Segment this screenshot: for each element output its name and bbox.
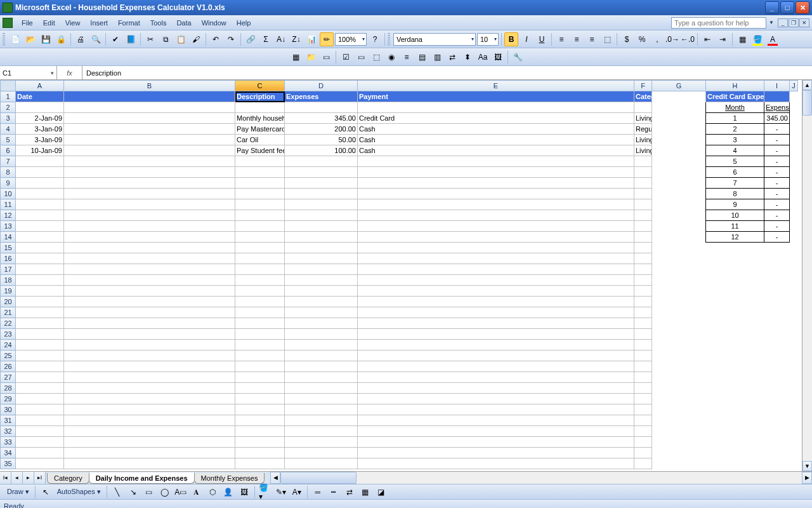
- cell-D32[interactable]: [285, 426, 358, 437]
- menu-insert[interactable]: Insert: [85, 18, 113, 28]
- open-button[interactable]: 📂: [23, 32, 37, 46]
- row-header-25[interactable]: 25: [1, 351, 16, 361]
- scroll-right-button[interactable]: ▶: [802, 472, 812, 484]
- cell-J35[interactable]: [790, 458, 798, 469]
- cell-J12[interactable]: [790, 210, 798, 221]
- cell-B34[interactable]: [64, 448, 235, 458]
- row-header-7[interactable]: 7: [1, 156, 16, 167]
- zoom-combo[interactable]: 100%: [335, 33, 367, 46]
- copy-button[interactable]: ⧉: [159, 32, 173, 46]
- cell-I20[interactable]: [764, 297, 790, 307]
- cell-A33[interactable]: [16, 437, 64, 448]
- cell-C19[interactable]: [235, 286, 285, 297]
- align-right-button[interactable]: ≡: [585, 32, 599, 46]
- cell-B11[interactable]: [64, 199, 235, 210]
- cell-D35[interactable]: [285, 458, 358, 469]
- cell-G7[interactable]: [652, 156, 706, 167]
- cell-H26[interactable]: [706, 361, 764, 372]
- select-objects-button[interactable]: ↖: [39, 485, 53, 499]
- cell-D12[interactable]: [285, 210, 358, 221]
- cell-F33[interactable]: [634, 437, 652, 448]
- cell-F20[interactable]: [634, 297, 652, 307]
- cell-B9[interactable]: [64, 178, 235, 189]
- cell-A12[interactable]: [16, 210, 64, 221]
- cell-J13[interactable]: [790, 221, 798, 232]
- cell-G1[interactable]: [652, 91, 706, 102]
- cell-C7[interactable]: [235, 156, 285, 167]
- cell-B23[interactable]: [64, 329, 235, 340]
- cell-G34[interactable]: [652, 448, 706, 458]
- cell-G27[interactable]: [652, 372, 706, 383]
- cell-J1[interactable]: [790, 91, 798, 102]
- cell-F22[interactable]: [634, 318, 652, 329]
- cell-D15[interactable]: [285, 243, 358, 253]
- cell-B7[interactable]: [64, 156, 235, 167]
- row-header-2[interactable]: 2: [1, 102, 16, 113]
- cell-B13[interactable]: [64, 221, 235, 232]
- cell-J24[interactable]: [790, 340, 798, 351]
- fx-button[interactable]: fx: [57, 66, 82, 79]
- cell-I24[interactable]: [764, 340, 790, 351]
- menu-format[interactable]: Format: [113, 18, 145, 28]
- drawing-toggle-button[interactable]: ✏: [320, 32, 334, 46]
- new-button[interactable]: 📄: [8, 32, 22, 46]
- cell-D27[interactable]: [285, 372, 358, 383]
- cell-H7[interactable]: 5: [706, 156, 764, 167]
- cell-G28[interactable]: [652, 383, 706, 394]
- cell-J33[interactable]: [790, 437, 798, 448]
- row-header-6[interactable]: 6: [1, 145, 16, 156]
- cell-J5[interactable]: [790, 135, 798, 145]
- cell-A1[interactable]: Date: [16, 91, 64, 102]
- cell-C12[interactable]: [235, 210, 285, 221]
- cell-E27[interactable]: [358, 372, 634, 383]
- cell-A30[interactable]: [16, 404, 64, 415]
- cell-J21[interactable]: [790, 307, 798, 318]
- row-header-4[interactable]: 4: [1, 124, 16, 135]
- cell-B14[interactable]: [64, 232, 235, 243]
- cell-G12[interactable]: [652, 210, 706, 221]
- cell-D23[interactable]: [285, 329, 358, 340]
- cell-H5[interactable]: 3: [706, 135, 764, 145]
- cell-G17[interactable]: [652, 264, 706, 275]
- menu-view[interactable]: View: [60, 18, 86, 28]
- cell-I15[interactable]: [764, 243, 790, 253]
- spelling-button[interactable]: ✔: [108, 32, 122, 46]
- horizontal-scrollbar[interactable]: ◀ ▶: [270, 472, 812, 484]
- cell-D19[interactable]: [285, 286, 358, 297]
- row-header-33[interactable]: 33: [1, 437, 16, 448]
- cell-D3[interactable]: 345.00: [285, 113, 358, 124]
- cell-B3[interactable]: [64, 113, 235, 124]
- menu-data[interactable]: Data: [171, 18, 196, 28]
- cell-H18[interactable]: [706, 275, 764, 286]
- cell-C32[interactable]: [235, 426, 285, 437]
- cell-B5[interactable]: [64, 135, 235, 145]
- cell-C26[interactable]: [235, 361, 285, 372]
- cell-I34[interactable]: [764, 448, 790, 458]
- cell-F23[interactable]: [634, 329, 652, 340]
- row-header-1[interactable]: 1: [1, 91, 16, 102]
- cell-E21[interactable]: [358, 307, 634, 318]
- wordart-button[interactable]: 𝐀: [190, 485, 204, 499]
- cell-H4[interactable]: 2: [706, 124, 764, 135]
- cell-A7[interactable]: [16, 156, 64, 167]
- cell-H17[interactable]: [706, 264, 764, 275]
- font-name-combo[interactable]: Verdana: [393, 33, 476, 46]
- cell-H9[interactable]: 7: [706, 178, 764, 189]
- tb2-btn-3[interactable]: ▭: [319, 50, 333, 64]
- cell-H28[interactable]: [706, 383, 764, 394]
- cell-G31[interactable]: [652, 415, 706, 426]
- italic-button[interactable]: I: [520, 32, 534, 46]
- cell-E22[interactable]: [358, 318, 634, 329]
- cell-C6[interactable]: Pay Student fees: [235, 145, 285, 156]
- cell-J6[interactable]: [790, 145, 798, 156]
- cell-A22[interactable]: [16, 318, 64, 329]
- cell-B29[interactable]: [64, 394, 235, 404]
- arrow-button[interactable]: ↘: [126, 485, 140, 499]
- cell-I5[interactable]: -: [764, 135, 790, 145]
- cell-I17[interactable]: [764, 264, 790, 275]
- cell-E20[interactable]: [358, 297, 634, 307]
- cell-H25[interactable]: [706, 351, 764, 361]
- bold-button[interactable]: B: [504, 32, 518, 46]
- cell-H16[interactable]: [706, 253, 764, 264]
- cell-I9[interactable]: -: [764, 178, 790, 189]
